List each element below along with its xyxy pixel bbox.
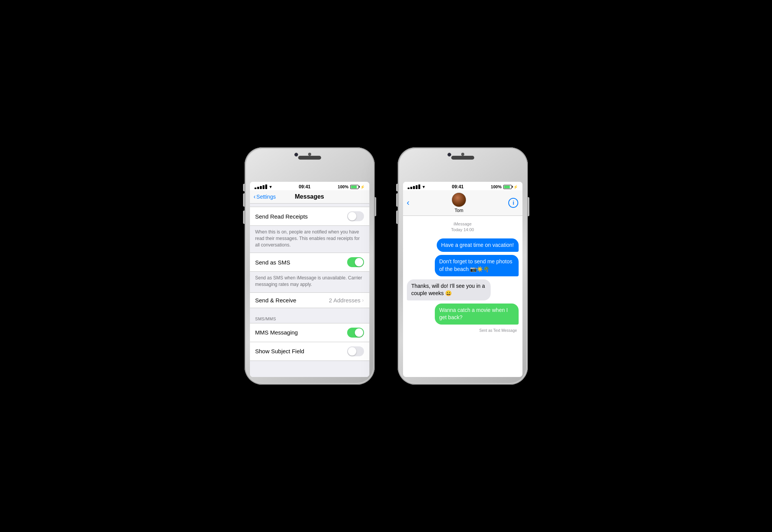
mms-toggle[interactable] (347, 328, 364, 338)
camera (294, 153, 298, 157)
s5 (418, 184, 420, 189)
sms-section-header: SMS/MMS (250, 311, 369, 323)
imessage-back-button[interactable]: ‹ (407, 199, 410, 207)
send-sms-footer: Send as SMS when iMessage is unavailable… (250, 272, 369, 292)
settings-list: Send Read Receipts When this is on, peop… (250, 204, 369, 377)
chevron-icon: › (362, 297, 364, 303)
imessage-nav-bar: ‹ Tom i (403, 190, 522, 216)
back-label[interactable]: Settings (256, 194, 276, 200)
status-bar-2: ▾ 09:41 100% ⚡ (403, 182, 522, 190)
info-button[interactable]: i (508, 198, 518, 208)
signal-dot-2 (257, 187, 259, 189)
message-row-3: Thanks, will do! I'll see you in a coupl… (407, 279, 519, 300)
settings-row-subject[interactable]: Show Subject Field (250, 342, 369, 361)
bubble-text-1: Have a great time on vacation! (441, 242, 514, 248)
iphone-settings: ▾ 09:41 100% ⚡ ‹ Settings (245, 147, 375, 385)
battery-percent: 100% (338, 184, 348, 189)
bubble-text-4: Wanna catch a movie when I get back? (439, 307, 508, 321)
iphone-imessage: ▾ 09:41 100% ⚡ ‹ (398, 147, 528, 385)
signal-bars-2 (408, 184, 420, 189)
battery (350, 185, 359, 189)
bubble-text-3: Thanks, will do! I'll see you in a coupl… (411, 283, 485, 297)
chevron-left-icon: ‹ (254, 193, 256, 200)
toggle-knob-2 (355, 258, 363, 266)
message-row-1: Have a great time on vacation! (407, 238, 519, 252)
battery-fill-2 (504, 186, 510, 188)
side-button-2[interactable] (528, 197, 529, 216)
timestamp: iMessage Today 14:00 (407, 221, 519, 233)
settings-nav-bar: ‹ Settings Messages (250, 190, 369, 204)
messages-area: iMessage Today 14:00 Have a great time o… (403, 216, 522, 377)
contact-info[interactable]: Tom (452, 193, 466, 213)
speaker (298, 156, 321, 160)
settings-row-send-receive[interactable]: Send & Receive 2 Addresses › (250, 292, 369, 308)
status-time: 09:41 (299, 184, 311, 189)
wifi-icon: ▾ (269, 184, 272, 189)
subject-label: Show Subject Field (255, 348, 304, 354)
toggle-knob-4 (348, 347, 356, 356)
settings-screen: ▾ 09:41 100% ⚡ ‹ Settings (250, 182, 369, 377)
volume-down-button-2[interactable] (396, 211, 398, 224)
status-right-2: 100% ⚡ (491, 184, 517, 189)
settings-row-mms[interactable]: MMS Messaging (250, 323, 369, 342)
battery-shell (350, 185, 359, 189)
avatar-image (452, 193, 466, 207)
status-bar: ▾ 09:41 100% ⚡ (250, 182, 369, 190)
send-sms-label: Send as SMS (255, 259, 291, 266)
battery-percent-2: 100% (491, 184, 501, 189)
camera-2 (447, 153, 451, 157)
avatar (452, 193, 466, 207)
volume-up-button[interactable] (243, 193, 245, 207)
message-row-4: Wanna catch a movie when I get back? (407, 304, 519, 325)
bubble-text-2: Don't forget to send me photos of the be… (439, 258, 512, 272)
battery-2 (503, 185, 512, 189)
s3 (413, 186, 415, 189)
mute-switch[interactable] (243, 184, 245, 191)
battery-shell-2 (503, 185, 512, 189)
charging-icon: ⚡ (360, 185, 365, 189)
timestamp-line2: Today 14:00 (407, 227, 519, 233)
settings-row-send-sms[interactable]: Send as SMS (250, 253, 369, 272)
side-button[interactable] (375, 197, 376, 216)
scene: ▾ 09:41 100% ⚡ ‹ Settings (229, 132, 543, 400)
toggle-knob-3 (355, 328, 363, 337)
battery-fill (351, 186, 357, 188)
s4 (416, 185, 418, 189)
wifi-icon-2: ▾ (423, 184, 425, 189)
page-title: Messages (295, 193, 324, 200)
signal-dot-5 (265, 184, 267, 189)
status-time-2: 09:41 (452, 184, 464, 189)
read-receipts-toggle[interactable] (347, 211, 364, 221)
back-button[interactable]: ‹ Settings (254, 193, 276, 200)
speaker-2 (451, 156, 474, 160)
read-receipts-footer: When this is on, people are notified whe… (250, 226, 369, 253)
sms-section-spacer (250, 308, 369, 311)
charging-icon-2: ⚡ (513, 185, 518, 189)
send-receive-detail: 2 Addresses › (329, 297, 364, 304)
send-receive-label: Send & Receive (255, 297, 297, 304)
message-row-2: Don't forget to send me photos of the be… (407, 255, 519, 276)
contact-name: Tom (455, 208, 464, 213)
info-icon: i (513, 200, 514, 206)
timestamp-line1: iMessage (407, 221, 519, 227)
subject-toggle[interactable] (347, 346, 364, 356)
signal-dot-1 (255, 188, 256, 189)
send-sms-toggle[interactable] (347, 257, 364, 267)
mms-label: MMS Messaging (255, 329, 298, 336)
read-receipts-label: Send Read Receipts (255, 213, 308, 220)
status-left-2: ▾ (408, 184, 425, 189)
volume-up-button-2[interactable] (396, 193, 398, 207)
signal-dot-4 (263, 185, 264, 189)
s1 (408, 188, 410, 189)
section-separator (250, 204, 369, 207)
signal-dot-3 (260, 186, 262, 189)
signal-bars (255, 184, 267, 189)
volume-down-button[interactable] (243, 211, 245, 224)
mute-switch-2[interactable] (396, 184, 398, 191)
s2 (410, 187, 412, 189)
status-right: 100% ⚡ (338, 184, 364, 189)
toggle-knob (348, 212, 356, 220)
settings-row-read-receipts[interactable]: Send Read Receipts (250, 207, 369, 226)
bubble-1: Have a great time on vacation! (437, 238, 519, 252)
imessage-screen: ▾ 09:41 100% ⚡ ‹ (403, 182, 522, 377)
